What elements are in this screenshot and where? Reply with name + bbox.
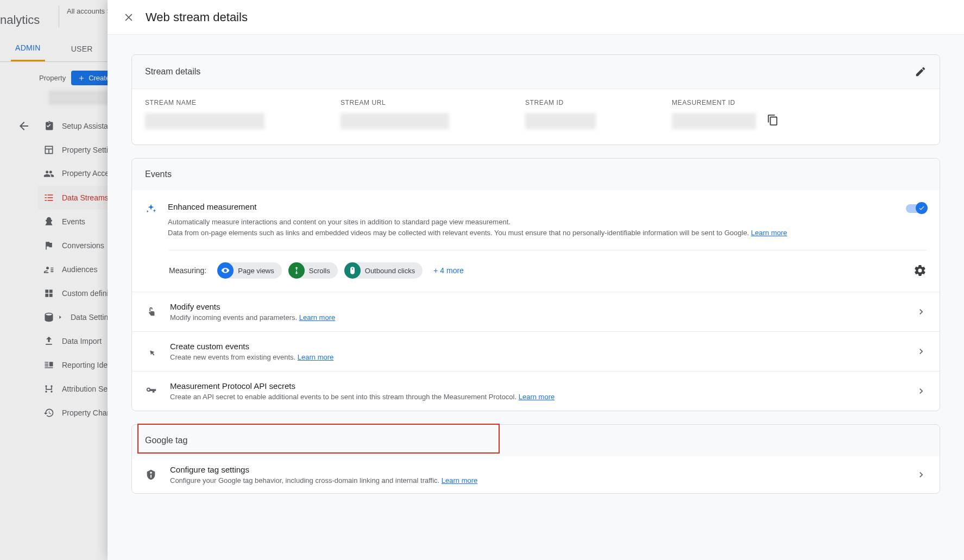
- enhanced-learn-more-link[interactable]: Learn more: [751, 229, 787, 237]
- gear-icon: [913, 264, 927, 277]
- streams-icon: [43, 192, 54, 203]
- cursor-click-icon: [145, 345, 157, 357]
- measuring-settings-button[interactable]: [913, 264, 927, 277]
- measuring-label: Measuring:: [169, 266, 206, 275]
- chip-scrolls: Scrolls: [288, 262, 338, 279]
- enhanced-measurement-desc2: Data from on-page elements such as links…: [168, 229, 751, 237]
- copy-measurement-id-button[interactable]: [764, 111, 782, 129]
- enhanced-measurement-toggle[interactable]: [906, 204, 927, 213]
- stream-details-panel: Stream details STREAM NAME STREAM URL ST…: [131, 54, 940, 145]
- row-desc: Create an API secret to enable additiona…: [170, 393, 519, 401]
- row-title: Modify events: [170, 302, 903, 311]
- caret-right-icon: [58, 314, 63, 320]
- row-desc: Modify incoming events and parameters.: [170, 313, 299, 322]
- stream-url-value-redacted: [341, 113, 449, 129]
- chevron-right-icon: [916, 469, 927, 480]
- product-logo: nalytics: [0, 13, 40, 27]
- nav-label: Data Import: [62, 337, 102, 345]
- enhanced-measurement-row: Enhanced measurement Automatically measu…: [132, 190, 940, 250]
- create-button-label: Create: [89, 74, 110, 82]
- touch-icon: [145, 306, 157, 318]
- chip-label: Outbound clicks: [365, 267, 415, 275]
- row-title: Create custom events: [170, 342, 903, 351]
- nav-label: Events: [62, 217, 85, 226]
- measurement-protocol-row[interactable]: Measurement Protocol API secrets Create …: [132, 371, 940, 411]
- mouse-icon: [348, 266, 357, 275]
- modify-events-row[interactable]: Modify events Modify incoming events and…: [132, 292, 940, 331]
- row-desc: Configure your Google tag behavior, incl…: [170, 476, 442, 485]
- row-learn-more[interactable]: Learn more: [299, 313, 335, 322]
- stream-url-label: STREAM URL: [341, 99, 520, 106]
- scroll-icon: [292, 266, 301, 275]
- database-icon: [43, 312, 54, 323]
- row-learn-more[interactable]: Learn more: [442, 476, 477, 485]
- configure-tag-settings-row[interactable]: Configure tag settings Configure your Go…: [132, 456, 940, 493]
- events-icon: [43, 216, 54, 227]
- chevron-right-icon: [916, 346, 927, 357]
- chevron-right-icon: [916, 386, 927, 397]
- close-button[interactable]: [123, 11, 135, 23]
- measurement-id-value-redacted: [672, 113, 756, 129]
- enhanced-measurement-desc1: Automatically measure interactions and c…: [168, 218, 511, 226]
- google-tag-panel: Google tag Configure tag settings Config…: [131, 424, 940, 494]
- check-icon: [918, 205, 925, 211]
- stream-name-value-redacted: [145, 113, 264, 129]
- nav-label: Data Streams: [62, 193, 109, 202]
- tab-admin[interactable]: ADMIN: [11, 36, 45, 61]
- nav-label: Conversions: [62, 241, 104, 250]
- create-custom-events-row[interactable]: Create custom events Create new events f…: [132, 331, 940, 371]
- google-tag-title: Google tag: [132, 425, 940, 456]
- tag-icon: [145, 469, 157, 481]
- flag-icon: [43, 240, 54, 251]
- close-icon: [123, 11, 135, 23]
- row-learn-more[interactable]: Learn more: [298, 353, 333, 361]
- stream-name-label: STREAM NAME: [145, 99, 335, 106]
- sparkle-icon: [145, 203, 157, 215]
- clipboard-icon: [43, 121, 54, 131]
- measuring-row: Measuring: Page views Scrolls Outbound c…: [169, 250, 927, 292]
- row-title: Measurement Protocol API secrets: [170, 381, 903, 391]
- tab-user[interactable]: USER: [67, 37, 97, 61]
- plus-icon: [78, 74, 85, 82]
- enhanced-measurement-title: Enhanced measurement: [168, 202, 895, 211]
- chevron-right-icon: [916, 306, 927, 317]
- identity-icon: [43, 360, 54, 370]
- modal-header: Web stream details: [108, 0, 964, 35]
- chip-outbound-clicks: Outbound clicks: [344, 262, 423, 279]
- audience-icon: [43, 264, 54, 275]
- web-stream-details-modal: Web stream details Stream details STREAM…: [108, 0, 964, 560]
- eye-icon: [221, 266, 230, 275]
- copy-icon: [767, 114, 779, 126]
- events-title: Events: [145, 169, 172, 179]
- row-learn-more[interactable]: Learn more: [519, 393, 555, 401]
- chip-page-views: Page views: [217, 262, 281, 279]
- arrow-left-icon: [17, 119, 30, 133]
- nav-label: Setup Assistant: [62, 122, 115, 130]
- stream-id-value-redacted: [525, 113, 596, 129]
- row-desc: Create new events from existing events.: [170, 353, 298, 361]
- property-label: Property: [39, 74, 66, 82]
- history-icon: [43, 407, 54, 418]
- edit-button[interactable]: [915, 66, 927, 78]
- back-button[interactable]: [16, 118, 31, 134]
- pencil-icon: [915, 66, 927, 78]
- attribution-icon: [43, 383, 54, 394]
- row-title: Configure tag settings: [170, 465, 903, 474]
- chip-label: Page views: [238, 267, 274, 275]
- nav-label: Audiences: [62, 265, 97, 274]
- modal-title: Web stream details: [146, 10, 248, 24]
- people-icon: [43, 168, 54, 179]
- blocks-icon: [43, 288, 54, 299]
- measurement-id-label: MEASUREMENT ID: [672, 99, 927, 106]
- more-chips-link[interactable]: + 4 more: [433, 266, 464, 275]
- chip-label: Scrolls: [309, 267, 330, 275]
- stream-id-label: STREAM ID: [525, 99, 666, 106]
- events-panel: Events Enhanced measurement Automaticall…: [131, 158, 940, 411]
- stream-details-title: Stream details: [145, 67, 200, 77]
- upload-icon: [43, 336, 54, 347]
- key-icon: [145, 385, 157, 397]
- layout-icon: [43, 144, 54, 155]
